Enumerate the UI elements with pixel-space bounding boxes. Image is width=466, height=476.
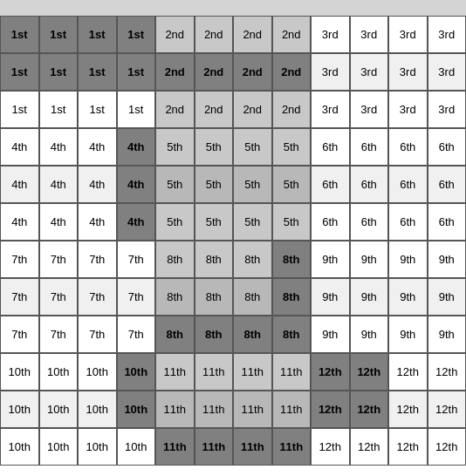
table-cell: 7th — [0, 316, 39, 353]
table-cell: 6th — [311, 166, 350, 203]
table-cell: 11th — [155, 353, 195, 391]
table-cell: 6th — [350, 128, 389, 166]
table-cell: 9th — [311, 278, 350, 316]
table-cell: 4th — [39, 166, 79, 203]
table-cell: 9th — [350, 278, 389, 316]
table-cell: 5th — [233, 166, 272, 203]
table-cell: 12th — [311, 428, 350, 466]
table-cell: 3rd — [350, 53, 389, 91]
table-cell: 5th — [272, 203, 312, 241]
table-cell: 2nd — [272, 91, 312, 128]
table-cell: 10th — [0, 428, 39, 466]
table-cell: 11th — [233, 353, 272, 391]
table-cell: 6th — [428, 128, 467, 166]
table-cell: 7th — [117, 278, 156, 316]
table-cell: 12th — [428, 353, 467, 391]
grid: 1st1st1st1st2nd2nd2nd2nd3rd3rd3rd3rd1st1… — [0, 16, 466, 466]
table-cell: 12th — [428, 428, 467, 466]
table-cell: 4th — [78, 203, 117, 241]
table-cell: 9th — [388, 278, 428, 316]
table-cell: 7th — [39, 278, 79, 316]
table-cell: 4th — [0, 128, 39, 166]
table-cell: 3rd — [311, 91, 350, 128]
table-cell: 2nd — [155, 16, 195, 53]
table-cell: 2nd — [155, 91, 195, 128]
table-cell: 6th — [350, 166, 389, 203]
table-cell: 12th — [388, 353, 428, 391]
table-cell: 7th — [0, 241, 39, 278]
table-cell: 6th — [388, 166, 428, 203]
table-cell: 8th — [155, 278, 195, 316]
table-cell: 11th — [272, 353, 312, 391]
table-cell: 1st — [117, 91, 156, 128]
table-cell: 9th — [350, 241, 389, 278]
table-cell: 10th — [39, 428, 79, 466]
table-cell: 9th — [388, 241, 428, 278]
table-cell: 3rd — [388, 91, 428, 128]
table-cell: 11th — [233, 391, 272, 428]
table-cell: 7th — [117, 316, 156, 353]
table-cell: 2nd — [195, 16, 234, 53]
table-cell: 4th — [0, 203, 39, 241]
table-cell: 9th — [388, 316, 428, 353]
table-cell: 10th — [117, 391, 156, 428]
table-cell: 5th — [155, 128, 195, 166]
table-cell: 2nd — [272, 16, 312, 53]
table-cell: 12th — [311, 353, 350, 391]
table-cell: 8th — [233, 278, 272, 316]
table-cell: 8th — [272, 278, 312, 316]
table-cell: 9th — [428, 278, 467, 316]
table-cell: 7th — [0, 278, 39, 316]
table-cell: 5th — [195, 166, 234, 203]
table-cell: 1st — [39, 91, 79, 128]
table-cell: 2nd — [233, 16, 272, 53]
table-cell: 3rd — [428, 53, 467, 91]
table-cell: 3rd — [350, 91, 389, 128]
table-cell: 6th — [428, 166, 467, 203]
table-cell: 9th — [311, 316, 350, 353]
table-cell: 1st — [0, 53, 39, 91]
table-cell: 11th — [195, 391, 234, 428]
table-cell: 5th — [233, 203, 272, 241]
table-cell: 10th — [117, 353, 156, 391]
table-cell: 6th — [311, 128, 350, 166]
table-cell: 10th — [39, 391, 79, 428]
table-cell: 1st — [117, 16, 156, 53]
table-cell: 4th — [117, 128, 156, 166]
table-cell: 5th — [155, 166, 195, 203]
table-cell: 3rd — [388, 16, 428, 53]
table-cell: 1st — [78, 16, 117, 53]
table-cell: 11th — [155, 428, 195, 466]
table-cell: 9th — [428, 316, 467, 353]
table-cell: 1st — [78, 91, 117, 128]
table-cell: 10th — [0, 391, 39, 428]
table-cell: 8th — [155, 316, 195, 353]
table-cell: 2nd — [233, 53, 272, 91]
title-bar — [0, 0, 466, 16]
table-cell: 6th — [388, 128, 428, 166]
table-cell: 2nd — [233, 91, 272, 128]
table-cell: 8th — [155, 241, 195, 278]
table-cell: 1st — [78, 53, 117, 91]
table-cell: 10th — [117, 428, 156, 466]
table-cell: 12th — [350, 353, 389, 391]
table-cell: 4th — [78, 128, 117, 166]
table-cell: 4th — [39, 128, 79, 166]
table-cell: 8th — [195, 316, 234, 353]
table-cell: 10th — [78, 428, 117, 466]
table-cell: 8th — [195, 241, 234, 278]
table-cell: 7th — [39, 241, 79, 278]
table-cell: 10th — [39, 353, 79, 391]
table-cell: 11th — [195, 428, 234, 466]
table-cell: 7th — [117, 241, 156, 278]
table-cell: 3rd — [428, 16, 467, 53]
table-cell: 2nd — [155, 53, 195, 91]
table-cell: 1st — [0, 91, 39, 128]
table-cell: 3rd — [428, 91, 467, 128]
table-cell: 12th — [428, 391, 467, 428]
table-cell: 4th — [117, 203, 156, 241]
table-cell: 9th — [428, 241, 467, 278]
table-cell: 7th — [78, 316, 117, 353]
table-cell: 12th — [388, 428, 428, 466]
table-cell: 12th — [311, 391, 350, 428]
